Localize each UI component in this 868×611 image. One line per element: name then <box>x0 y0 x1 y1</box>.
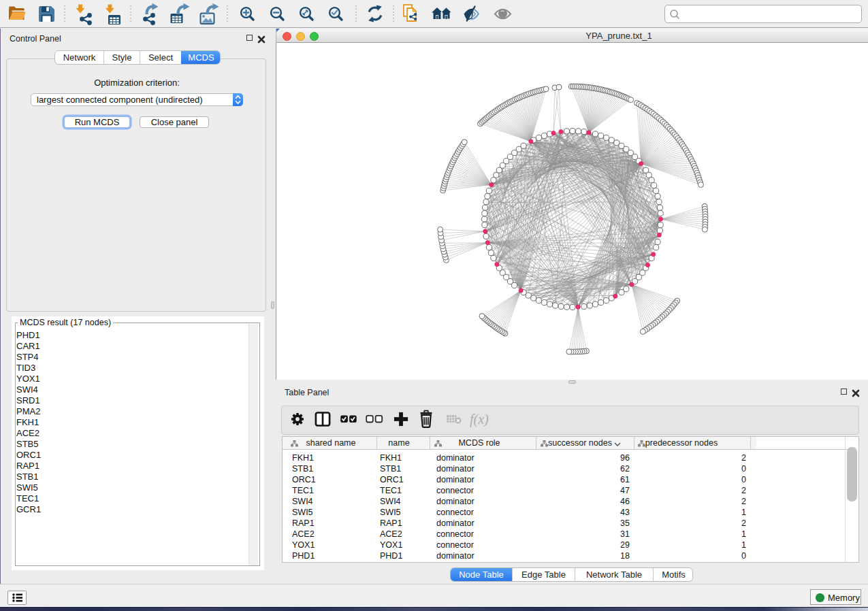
svg-text:f(x): f(x) <box>470 412 489 427</box>
